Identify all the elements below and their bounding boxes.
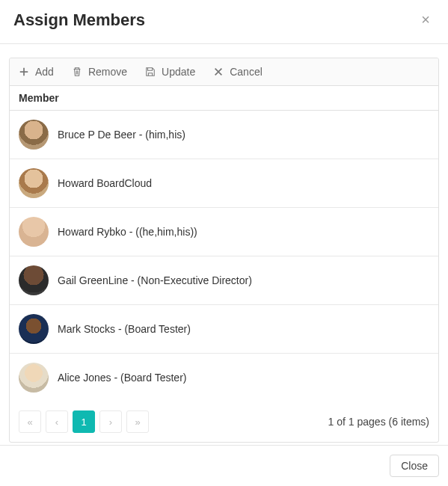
save-icon [145,67,156,77]
pager-next-button[interactable]: › [99,410,122,433]
chevron-right-icon: › [109,416,112,428]
remove-label: Remove [88,66,127,78]
modal-body: Add Remove Update [0,44,448,443]
chevron-double-left-icon: « [27,416,32,428]
modal-footer: Close [0,445,448,486]
remove-button[interactable]: Remove [72,66,127,78]
member-name: Howard Rybko - ((he,him,his)) [58,226,197,238]
member-name: Alice Jones - (Board Tester) [58,372,186,384]
table-row[interactable]: Gail GreenLine - (Non-Executive Director… [10,256,438,305]
member-name: Gail GreenLine - (Non-Executive Director… [58,274,252,286]
close-button[interactable]: Close [390,455,439,477]
pager: « ‹ 1 › » [19,410,149,433]
chevron-double-right-icon: » [135,416,140,428]
modal-title: Assign Members [13,10,145,30]
cancel-label: Cancel [230,66,263,78]
table-row[interactable]: Bruce P De Beer - (him,his) [10,111,438,159]
avatar [19,314,49,344]
close-icon[interactable]: × [417,10,435,28]
grid-toolbar: Add Remove Update [10,58,438,86]
avatar [19,265,49,295]
update-button[interactable]: Update [145,66,195,78]
modal-header: Assign Members × [0,0,448,44]
table-row[interactable]: Alice Jones - (Board Tester) [10,354,438,402]
x-icon [213,67,224,77]
column-header-member[interactable]: Member [10,86,438,111]
member-name: Bruce P De Beer - (him,his) [58,129,185,141]
pager-page-1[interactable]: 1 [73,410,95,433]
table-row[interactable]: Howard BoardCloud [10,159,438,208]
avatar [19,120,49,150]
plus-icon [19,67,29,77]
add-label: Add [35,66,54,78]
members-grid: Add Remove Update [9,58,439,443]
avatar [19,363,49,393]
add-button[interactable]: Add [19,66,54,78]
update-label: Update [162,66,195,78]
pager-first-button[interactable]: « [19,410,41,433]
avatar [19,168,49,198]
pager-bar: « ‹ 1 › » 1 of 1 pages (6 items) [10,402,438,442]
avatar [19,217,49,247]
member-name: Howard BoardCloud [58,177,152,189]
cancel-button[interactable]: Cancel [213,66,263,78]
assign-members-modal: Assign Members × Add Remove [0,0,448,486]
member-name: Mark Stocks - (Board Tester) [58,323,191,335]
table-row[interactable]: Howard Rybko - ((he,him,his)) [10,208,438,256]
pager-prev-button[interactable]: ‹ [46,410,68,433]
table-row[interactable]: Mark Stocks - (Board Tester) [10,305,438,354]
pager-last-button[interactable]: » [126,410,149,433]
grid-rows: Bruce P De Beer - (him,his) Howard Board… [10,111,438,402]
trash-icon [72,67,82,77]
pager-summary: 1 of 1 pages (6 items) [328,416,429,428]
chevron-left-icon: ‹ [55,416,58,428]
